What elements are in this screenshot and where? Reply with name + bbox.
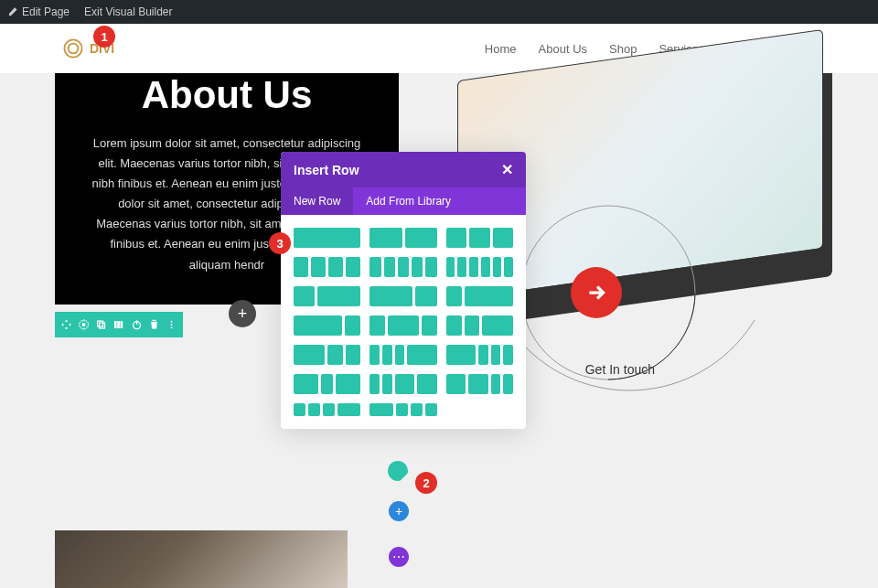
layout-mix1[interactable] bbox=[294, 374, 360, 394]
layout-grid bbox=[281, 215, 526, 429]
layout-mix2[interactable] bbox=[369, 374, 436, 394]
layout-2-1-1[interactable] bbox=[294, 345, 360, 365]
layout-4col[interactable] bbox=[294, 257, 360, 277]
modal-tabs: New Row Add From Library bbox=[281, 187, 526, 215]
layout-3col[interactable] bbox=[446, 228, 513, 248]
cta-arrow-button[interactable] bbox=[571, 267, 622, 318]
add-module-button[interactable]: + bbox=[229, 300, 256, 327]
layout-6col[interactable] bbox=[446, 257, 513, 277]
svg-point-11 bbox=[170, 324, 172, 326]
svg-rect-6 bbox=[118, 321, 121, 328]
section-menu-button[interactable]: ⋯ bbox=[389, 547, 409, 567]
layout-2-1[interactable] bbox=[369, 286, 436, 306]
nav-about[interactable]: About Us bbox=[539, 42, 587, 56]
modal-title: Insert Row bbox=[294, 163, 359, 177]
add-section-button[interactable]: + bbox=[389, 501, 409, 521]
tab-add-library[interactable]: Add From Library bbox=[353, 187, 464, 215]
edit-page-link[interactable]: Edit Page bbox=[7, 5, 70, 18]
layout-2col[interactable] bbox=[369, 228, 436, 248]
layout-narrow2[interactable] bbox=[369, 403, 436, 416]
nav-shop[interactable]: Shop bbox=[609, 42, 637, 56]
columns-icon[interactable] bbox=[112, 318, 124, 331]
page-title: About Us bbox=[91, 73, 362, 117]
more-icon[interactable] bbox=[166, 318, 177, 331]
layout-1-2[interactable] bbox=[294, 286, 360, 306]
layout-1-1-2[interactable] bbox=[446, 315, 513, 336]
add-row-button[interactable] bbox=[388, 461, 408, 481]
move-icon[interactable] bbox=[60, 318, 72, 331]
modal-header: Insert Row ✕ bbox=[281, 152, 526, 187]
annotation-badge-3: 3 bbox=[269, 232, 291, 254]
layout-mix3[interactable] bbox=[446, 374, 513, 394]
pencil-icon bbox=[7, 6, 18, 17]
svg-rect-7 bbox=[121, 321, 123, 328]
svg-rect-4 bbox=[100, 323, 105, 328]
layout-1-3[interactable] bbox=[446, 286, 513, 306]
svg-point-1 bbox=[69, 44, 79, 54]
nav-home[interactable]: Home bbox=[485, 42, 517, 56]
svg-point-2 bbox=[82, 323, 86, 326]
annotation-badge-2: 2 bbox=[415, 472, 437, 494]
content-image bbox=[55, 530, 348, 588]
layout-1-3s[interactable] bbox=[369, 345, 436, 365]
row-toolbar bbox=[55, 312, 183, 337]
power-icon[interactable] bbox=[131, 318, 143, 331]
svg-rect-3 bbox=[98, 321, 103, 326]
svg-rect-5 bbox=[114, 321, 117, 328]
svg-point-0 bbox=[64, 39, 81, 57]
edit-page-label: Edit Page bbox=[22, 5, 70, 18]
layout-1col[interactable] bbox=[294, 228, 360, 248]
arrow-right-icon bbox=[584, 281, 608, 305]
svg-point-12 bbox=[170, 326, 172, 328]
duplicate-icon[interactable] bbox=[95, 318, 107, 331]
exit-builder-label: Exit Visual Builder bbox=[84, 5, 173, 18]
tab-new-row[interactable]: New Row bbox=[281, 187, 353, 215]
layout-1-2-1[interactable] bbox=[369, 315, 436, 336]
gear-icon[interactable] bbox=[78, 318, 90, 331]
admin-bar: Edit Page Exit Visual Builder bbox=[0, 0, 878, 24]
annotation-badge-1: 1 bbox=[93, 26, 115, 48]
layout-narrow1[interactable] bbox=[294, 403, 360, 416]
exit-builder-link[interactable]: Exit Visual Builder bbox=[84, 5, 173, 18]
layout-3s-1[interactable] bbox=[446, 345, 513, 365]
layout-5col[interactable] bbox=[369, 257, 436, 277]
logo-icon bbox=[62, 37, 84, 59]
layout-3-1[interactable] bbox=[294, 315, 360, 336]
insert-row-modal: Insert Row ✕ New Row Add From Library bbox=[281, 152, 526, 429]
arc-decoration bbox=[498, 192, 809, 466]
svg-point-10 bbox=[170, 320, 172, 322]
close-icon[interactable]: ✕ bbox=[501, 161, 513, 178]
trash-icon[interactable] bbox=[148, 318, 160, 331]
